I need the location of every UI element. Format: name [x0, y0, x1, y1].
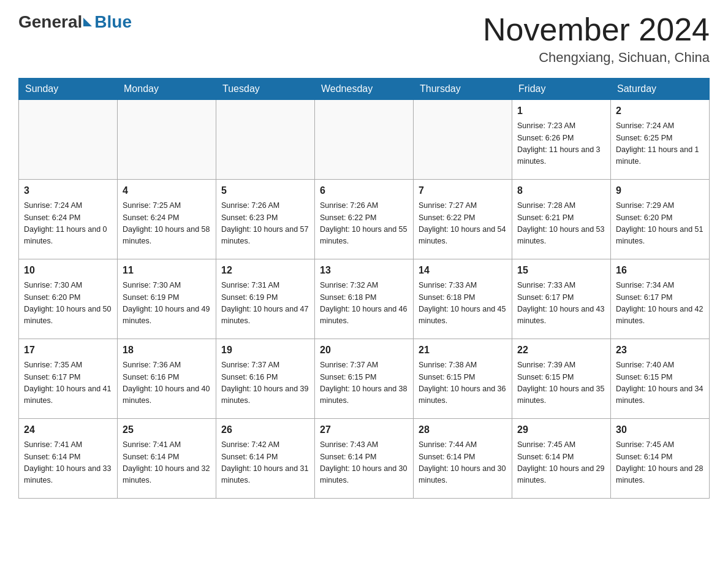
- day-info: Sunrise: 7:33 AM Sunset: 6:18 PM Dayligh…: [419, 280, 507, 327]
- calendar-cell: 23Sunrise: 7:40 AM Sunset: 6:15 PM Dayli…: [611, 339, 710, 419]
- weekday-header-thursday: Thursday: [414, 79, 512, 100]
- calendar-cell: 19Sunrise: 7:37 AM Sunset: 6:16 PM Dayli…: [216, 339, 315, 419]
- calendar-cell: 29Sunrise: 7:45 AM Sunset: 6:14 PM Dayli…: [512, 419, 611, 499]
- day-number: 27: [320, 423, 408, 437]
- calendar-cell: 20Sunrise: 7:37 AM Sunset: 6:15 PM Dayli…: [315, 339, 414, 419]
- calendar-cell: [414, 100, 512, 180]
- calendar-week-row: 3Sunrise: 7:24 AM Sunset: 6:24 PM Daylig…: [19, 180, 710, 259]
- calendar-cell: 4Sunrise: 7:25 AM Sunset: 6:24 PM Daylig…: [118, 180, 216, 259]
- day-info: Sunrise: 7:37 AM Sunset: 6:15 PM Dayligh…: [320, 359, 408, 407]
- day-info: Sunrise: 7:33 AM Sunset: 6:17 PM Dayligh…: [517, 280, 605, 327]
- calendar-table: SundayMondayTuesdayWednesdayThursdayFrid…: [18, 78, 710, 499]
- calendar-cell: 25Sunrise: 7:41 AM Sunset: 6:14 PM Dayli…: [118, 419, 216, 499]
- day-number: 22: [517, 343, 605, 358]
- day-number: 5: [221, 183, 309, 198]
- weekday-header-tuesday: Tuesday: [216, 79, 315, 100]
- day-number: 13: [320, 263, 408, 278]
- day-number: 9: [616, 183, 704, 198]
- day-number: 19: [221, 343, 309, 358]
- day-info: Sunrise: 7:30 AM Sunset: 6:19 PM Dayligh…: [123, 280, 211, 327]
- calendar-cell: 11Sunrise: 7:30 AM Sunset: 6:19 PM Dayli…: [118, 259, 216, 339]
- calendar-week-row: 10Sunrise: 7:30 AM Sunset: 6:20 PM Dayli…: [19, 259, 710, 339]
- day-number: 25: [123, 423, 211, 437]
- calendar-cell: 26Sunrise: 7:42 AM Sunset: 6:14 PM Dayli…: [216, 419, 315, 499]
- calendar-cell: [118, 100, 216, 180]
- day-number: 23: [616, 343, 704, 358]
- weekday-header-sunday: Sunday: [19, 79, 118, 100]
- calendar-cell: 27Sunrise: 7:43 AM Sunset: 6:14 PM Dayli…: [315, 419, 414, 499]
- day-number: 12: [221, 263, 309, 278]
- day-info: Sunrise: 7:31 AM Sunset: 6:19 PM Dayligh…: [221, 280, 309, 327]
- logo-blue-text: Blue: [94, 12, 132, 32]
- page-header: General Blue November 2024 Chengxiang, S…: [18, 12, 710, 66]
- day-number: 28: [419, 423, 507, 437]
- day-info: Sunrise: 7:40 AM Sunset: 6:15 PM Dayligh…: [616, 359, 704, 407]
- day-number: 8: [517, 183, 605, 198]
- day-info: Sunrise: 7:41 AM Sunset: 6:14 PM Dayligh…: [123, 439, 211, 487]
- day-number: 18: [123, 343, 211, 358]
- day-info: Sunrise: 7:27 AM Sunset: 6:22 PM Dayligh…: [419, 200, 507, 248]
- calendar-cell: [19, 100, 118, 180]
- day-info: Sunrise: 7:29 AM Sunset: 6:20 PM Dayligh…: [616, 200, 704, 248]
- day-number: 26: [221, 423, 309, 437]
- calendar-cell: 2Sunrise: 7:24 AM Sunset: 6:25 PM Daylig…: [611, 100, 710, 180]
- weekday-header-friday: Friday: [512, 79, 611, 100]
- calendar-cell: 17Sunrise: 7:35 AM Sunset: 6:17 PM Dayli…: [19, 339, 118, 419]
- logo-arrow-icon: [83, 18, 92, 26]
- day-info: Sunrise: 7:41 AM Sunset: 6:14 PM Dayligh…: [24, 439, 112, 487]
- day-info: Sunrise: 7:42 AM Sunset: 6:14 PM Dayligh…: [221, 439, 309, 487]
- day-info: Sunrise: 7:39 AM Sunset: 6:15 PM Dayligh…: [517, 359, 605, 407]
- day-info: Sunrise: 7:25 AM Sunset: 6:24 PM Dayligh…: [123, 200, 211, 248]
- weekday-header-row: SundayMondayTuesdayWednesdayThursdayFrid…: [19, 79, 710, 100]
- day-info: Sunrise: 7:38 AM Sunset: 6:15 PM Dayligh…: [419, 359, 507, 407]
- day-number: 24: [24, 423, 112, 437]
- calendar-cell: 6Sunrise: 7:26 AM Sunset: 6:22 PM Daylig…: [315, 180, 414, 259]
- day-info: Sunrise: 7:44 AM Sunset: 6:14 PM Dayligh…: [419, 439, 507, 487]
- day-info: Sunrise: 7:45 AM Sunset: 6:14 PM Dayligh…: [616, 439, 704, 487]
- calendar-cell: 13Sunrise: 7:32 AM Sunset: 6:18 PM Dayli…: [315, 259, 414, 339]
- day-info: Sunrise: 7:35 AM Sunset: 6:17 PM Dayligh…: [24, 359, 112, 407]
- calendar-cell: 28Sunrise: 7:44 AM Sunset: 6:14 PM Dayli…: [414, 419, 512, 499]
- calendar-cell: 3Sunrise: 7:24 AM Sunset: 6:24 PM Daylig…: [19, 180, 118, 259]
- day-number: 30: [616, 423, 704, 437]
- calendar-cell: 21Sunrise: 7:38 AM Sunset: 6:15 PM Dayli…: [414, 339, 512, 419]
- title-area: November 2024 Chengxiang, Sichuan, China: [483, 12, 710, 66]
- day-info: Sunrise: 7:23 AM Sunset: 6:26 PM Dayligh…: [517, 120, 605, 168]
- day-info: Sunrise: 7:43 AM Sunset: 6:14 PM Dayligh…: [320, 439, 408, 487]
- calendar-cell: [216, 100, 315, 180]
- calendar-cell: 22Sunrise: 7:39 AM Sunset: 6:15 PM Dayli…: [512, 339, 611, 419]
- day-number: 11: [123, 263, 211, 278]
- day-info: Sunrise: 7:36 AM Sunset: 6:16 PM Dayligh…: [123, 359, 211, 407]
- calendar-cell: 1Sunrise: 7:23 AM Sunset: 6:26 PM Daylig…: [512, 100, 611, 180]
- day-info: Sunrise: 7:34 AM Sunset: 6:17 PM Dayligh…: [616, 280, 704, 327]
- calendar-cell: 8Sunrise: 7:28 AM Sunset: 6:21 PM Daylig…: [512, 180, 611, 259]
- day-info: Sunrise: 7:37 AM Sunset: 6:16 PM Dayligh…: [221, 359, 309, 407]
- calendar-cell: 15Sunrise: 7:33 AM Sunset: 6:17 PM Dayli…: [512, 259, 611, 339]
- day-number: 7: [419, 183, 507, 198]
- day-number: 29: [517, 423, 605, 437]
- day-number: 20: [320, 343, 408, 358]
- calendar-cell: 16Sunrise: 7:34 AM Sunset: 6:17 PM Dayli…: [611, 259, 710, 339]
- day-number: 16: [616, 263, 704, 278]
- location-label: Chengxiang, Sichuan, China: [483, 50, 710, 66]
- day-info: Sunrise: 7:24 AM Sunset: 6:24 PM Dayligh…: [24, 200, 112, 248]
- calendar-cell: 9Sunrise: 7:29 AM Sunset: 6:20 PM Daylig…: [611, 180, 710, 259]
- day-number: 4: [123, 183, 211, 198]
- day-number: 14: [419, 263, 507, 278]
- calendar-week-row: 24Sunrise: 7:41 AM Sunset: 6:14 PM Dayli…: [19, 419, 710, 499]
- calendar-cell: 14Sunrise: 7:33 AM Sunset: 6:18 PM Dayli…: [414, 259, 512, 339]
- day-number: 3: [24, 183, 112, 198]
- calendar-cell: 12Sunrise: 7:31 AM Sunset: 6:19 PM Dayli…: [216, 259, 315, 339]
- day-number: 15: [517, 263, 605, 278]
- calendar-week-row: 1Sunrise: 7:23 AM Sunset: 6:26 PM Daylig…: [19, 100, 710, 180]
- weekday-header-wednesday: Wednesday: [315, 79, 414, 100]
- day-number: 10: [24, 263, 112, 278]
- calendar-week-row: 17Sunrise: 7:35 AM Sunset: 6:17 PM Dayli…: [19, 339, 710, 419]
- logo-general-text: General: [18, 12, 82, 32]
- calendar-cell: 7Sunrise: 7:27 AM Sunset: 6:22 PM Daylig…: [414, 180, 512, 259]
- day-info: Sunrise: 7:26 AM Sunset: 6:22 PM Dayligh…: [320, 200, 408, 248]
- calendar-cell: 18Sunrise: 7:36 AM Sunset: 6:16 PM Dayli…: [118, 339, 216, 419]
- logo: General Blue: [18, 12, 132, 32]
- day-number: 2: [616, 104, 704, 118]
- day-info: Sunrise: 7:26 AM Sunset: 6:23 PM Dayligh…: [221, 200, 309, 248]
